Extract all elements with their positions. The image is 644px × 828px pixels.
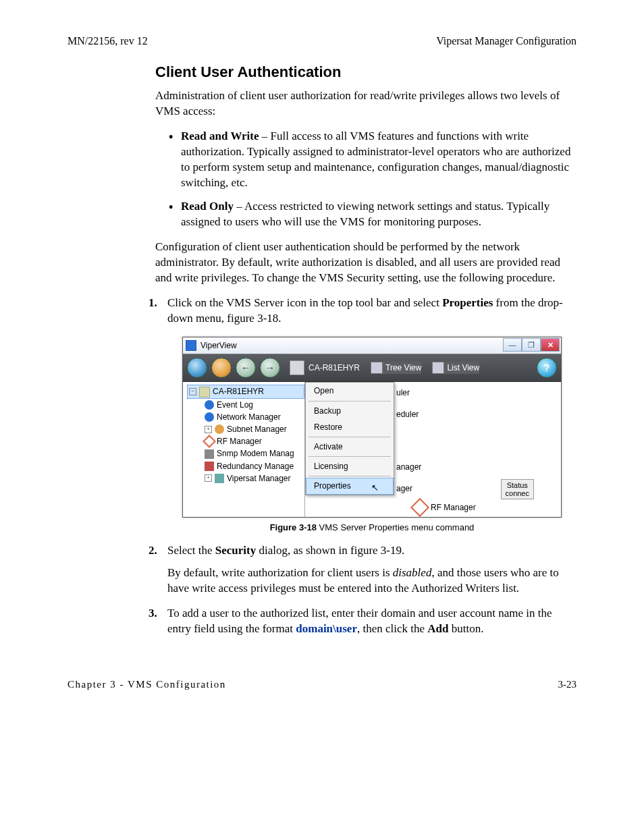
- step-number: 3.: [149, 606, 157, 622]
- section-title: Client User Authentication: [68, 62, 576, 82]
- window-body: − CA-R81EHYR Event Log Network Manager +…: [183, 382, 561, 517]
- ctx-restore[interactable]: Restore: [306, 419, 394, 435]
- tree-item-rf[interactable]: RF Manager: [203, 435, 304, 447]
- ctx-properties[interactable]: Properties: [306, 478, 394, 494]
- status-line1: Status: [506, 481, 529, 489]
- tree-label: Redundancy Manage: [217, 461, 294, 472]
- ctx-separator: [308, 401, 391, 402]
- expand-icon[interactable]: +: [205, 474, 212, 482]
- globe-icon[interactable]: [187, 358, 207, 378]
- tree-label: Vipersat Manager: [227, 473, 291, 484]
- step-1: 1. Click on the VMS Server icon in the t…: [68, 296, 576, 534]
- bullet-read-write: Read and Write – Full access to all VMS …: [169, 129, 576, 191]
- ctx-backup[interactable]: Backup: [306, 403, 394, 419]
- tree-root[interactable]: − CA-R81EHYR: [187, 385, 304, 398]
- forward-button[interactable]: →: [260, 358, 280, 378]
- step-number: 1.: [149, 296, 157, 311]
- tree-label: Subnet Manager: [227, 424, 287, 435]
- bg-text: anager: [396, 462, 421, 472]
- intro-paragraph: Administration of client user authorizat…: [155, 88, 576, 119]
- context-menu: Open Backup Restore Activate Licensing P…: [305, 382, 394, 495]
- figure-3-18: ViperView — ❐ ✕ ← → CA-R81EHYR: [167, 337, 576, 534]
- tree-item-eventlog[interactable]: Event Log: [203, 399, 304, 411]
- ctx-separator: [308, 437, 391, 437]
- step-2-sub-ital: disabled: [393, 566, 432, 579]
- step-1-bold: Properties: [442, 296, 493, 309]
- footer-left: Chapter 3 - VMS Configuration: [68, 678, 226, 691]
- step-2-sub-pre: By default, write authorization for clie…: [167, 566, 393, 579]
- header-right: Vipersat Manager Configuration: [436, 34, 576, 49]
- tree-item-network[interactable]: Network Manager: [203, 411, 304, 423]
- vipersat-icon: [215, 474, 224, 483]
- ctx-licensing[interactable]: Licensing: [306, 458, 394, 474]
- page-footer: Chapter 3 - VMS Configuration 3-23: [68, 678, 576, 691]
- rf-manager-row[interactable]: RF Manager: [413, 501, 476, 514]
- toolbar: ← → CA-R81EHYR Tree View List View ?: [183, 354, 561, 382]
- tree-pane[interactable]: − CA-R81EHYR Event Log Network Manager +…: [183, 382, 305, 517]
- figure-caption: Figure 3-18 VMS Server Properties menu c…: [167, 522, 576, 534]
- status-badge: Status connec: [501, 479, 534, 499]
- status-line2: connec: [506, 489, 529, 497]
- tree-label: Network Manager: [217, 412, 281, 422]
- window-titlebar[interactable]: ViperView — ❐ ✕: [183, 337, 561, 354]
- tree-item-redundancy[interactable]: Redundancy Manage: [203, 460, 304, 472]
- bg-text: eduler: [396, 409, 419, 420]
- tree-label: Event Log: [217, 399, 253, 410]
- tree-icon: [371, 362, 383, 374]
- ctx-activate[interactable]: Activate: [306, 439, 394, 455]
- back-button[interactable]: ←: [236, 358, 256, 378]
- page-header: MN/22156, rev 12 Vipersat Manager Config…: [68, 34, 576, 49]
- header-left: MN/22156, rev 12: [68, 34, 148, 49]
- bg-text: uler: [396, 387, 410, 398]
- step-2-bold: Security: [215, 544, 256, 557]
- list-icon: [432, 362, 444, 374]
- step-3-blue: domain\user: [296, 622, 357, 635]
- ctx-separator: [308, 456, 391, 457]
- tree-label: Snmp Modem Manag: [217, 448, 294, 459]
- network-icon: [205, 412, 214, 422]
- rf-label: RF Manager: [431, 502, 476, 513]
- snmp-icon: [205, 449, 214, 459]
- maximize-button[interactable]: ❐: [522, 338, 541, 352]
- step-3-bold: Add: [427, 622, 448, 635]
- close-button[interactable]: ✕: [541, 338, 560, 352]
- cursor-icon: ↖: [371, 482, 379, 494]
- step-3-mid: , then click the: [357, 622, 427, 635]
- bullet-rest: – Access restricted to viewing network s…: [181, 200, 549, 228]
- bullet-bold: Read and Write: [181, 130, 259, 142]
- minimize-button[interactable]: —: [503, 338, 522, 352]
- bg-text: ager: [396, 483, 412, 494]
- help-icon[interactable]: ?: [537, 358, 557, 378]
- tree-view-label: Tree View: [385, 362, 421, 373]
- config-paragraph: Configuration of client user authenticat…: [155, 240, 576, 286]
- expand-icon[interactable]: +: [205, 426, 212, 433]
- tree-label: RF Manager: [217, 436, 262, 447]
- tree-root-label: CA-R81EHYR: [213, 386, 264, 397]
- step-1-pre: Click on the VMS Server icon in the top …: [167, 296, 442, 309]
- viperview-window: ViperView — ❐ ✕ ← → CA-R81EHYR: [182, 337, 562, 518]
- tree-item-vipersat[interactable]: +Vipersat Manager: [203, 472, 304, 485]
- ctx-open[interactable]: Open: [306, 383, 394, 399]
- collapse-icon[interactable]: −: [189, 388, 196, 395]
- step-number: 2.: [149, 543, 157, 559]
- step-3-post: button.: [448, 622, 483, 635]
- bullet-read-only: Read Only – Access restricted to viewing…: [169, 199, 576, 230]
- ctx-separator: [308, 476, 391, 476]
- redundancy-icon: [205, 462, 214, 471]
- step-2-sub: By default, write authorization for clie…: [167, 565, 576, 597]
- server-name[interactable]: CA-R81EHYR: [308, 362, 360, 373]
- home-icon[interactable]: [211, 358, 232, 378]
- bullet-bold: Read Only: [181, 200, 234, 213]
- tree-view-toggle[interactable]: Tree View: [371, 362, 421, 374]
- server-folder-icon: [199, 387, 210, 397]
- app-icon: [186, 340, 196, 351]
- step-2: 2. Select the Security dialog, as shown …: [68, 543, 576, 597]
- access-levels-list: Read and Write – Full access to all VMS …: [155, 129, 576, 230]
- tree-item-snmp[interactable]: Snmp Modem Manag: [203, 447, 304, 460]
- rf-icon: [203, 435, 216, 448]
- server-icon[interactable]: [290, 360, 304, 375]
- list-view-toggle[interactable]: List View: [432, 362, 479, 374]
- list-view-label: List View: [447, 362, 479, 373]
- rf-icon: [410, 498, 429, 517]
- tree-item-subnet[interactable]: +Subnet Manager: [203, 423, 304, 435]
